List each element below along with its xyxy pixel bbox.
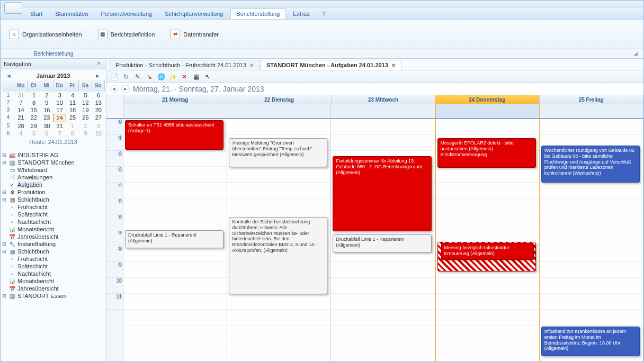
day-header-wed[interactable]: 23 Mittwoch [332, 95, 435, 104]
tab2-close-icon[interactable]: ✕ [391, 62, 396, 68]
tb-arrow-icon[interactable]: ↘ [145, 72, 154, 82]
cal-day[interactable]: 6 [92, 92, 105, 99]
tab-aufgaben[interactable]: STANDORT München - Aufgaben 24.01.2013 ✕ [261, 60, 401, 70]
cal-day[interactable]: 21 [14, 114, 27, 122]
menu-bericht[interactable]: Berichterstellung [230, 8, 285, 19]
tree-produktion[interactable]: ⊟⚙Produktion [2, 188, 105, 196]
cal-day[interactable]: 23 [40, 114, 53, 122]
day-header-fri[interactable]: 25 Freitag [540, 95, 643, 104]
allday-fri[interactable] [540, 104, 643, 118]
cal-day[interactable]: 19 [79, 106, 92, 114]
tree-root[interactable]: ⊟🏭INDUSTRIE AG [2, 151, 105, 159]
cal-day[interactable]: 22 [28, 114, 40, 122]
cal-next-icon[interactable]: ► [95, 73, 101, 79]
daycol-wed[interactable]: Fortbildungsseminar für Abteilung 13: Ge… [331, 119, 435, 362]
appt-mon-red[interactable]: Schalter an TS1 4058 bitte austauschen! … [125, 120, 223, 150]
daycol-fri[interactable]: Wöchentlicher Rundgang von Gebäude 02 bi… [540, 119, 643, 362]
cal-day[interactable]: 15 [28, 106, 40, 114]
cal-day[interactable]: 1 [66, 122, 79, 130]
tb-globe-icon[interactable]: 🌐 [156, 72, 166, 82]
daycol-thu[interactable]: Messgerät EPOLAR2 defekt - bitte austaus… [435, 119, 540, 362]
menu-help[interactable]: ? [317, 9, 330, 19]
tree-nachtschicht-inst[interactable]: ▫Nachtschicht [2, 270, 105, 277]
cal-day[interactable]: 7 [14, 99, 27, 106]
tb-delete-icon[interactable]: ✕ [180, 72, 189, 82]
tree-nachtschicht-prod[interactable]: ▫Nachtschicht [2, 218, 105, 225]
cal-day[interactable]: 5 [28, 130, 40, 137]
cal-day[interactable]: 26 [79, 114, 92, 122]
daycol-tue[interactable]: Anzeige Meldung "Grenzwert überschritten… [227, 119, 331, 362]
cal-day[interactable]: 16 [40, 106, 53, 114]
cal-day[interactable]: 31 [14, 92, 27, 99]
appt-wed-red[interactable]: Fortbildungsseminar für Abteilung 13: Ge… [333, 156, 431, 231]
cal-day[interactable]: 29 [28, 122, 40, 130]
range-prev-icon[interactable]: ◄ [110, 85, 118, 93]
tree-jahresuebersicht-prod[interactable]: 📅Jahresübersicht [2, 233, 105, 240]
ribbon-org[interactable]: ≡ Organisationseinheiten [5, 27, 87, 42]
cal-day[interactable]: 6 [40, 130, 53, 137]
range-next-icon[interactable]: ► [121, 85, 130, 93]
tree-schichtbuch-prod[interactable]: ⊟▤Schichtbuch [2, 196, 105, 203]
menu-personal[interactable]: Personalverwaltung [96, 9, 158, 19]
daycol-mon[interactable]: Schalter an TS1 4058 bitte austauschen! … [123, 119, 227, 362]
appt-tue-gray2[interactable]: Kontrolle der Sicherheitsbeleuchtung dur… [229, 217, 327, 294]
app-orb[interactable] [4, 2, 22, 14]
appt-mon-gray[interactable]: Druckabfall Linie 1 - Reparieren! (Allge… [125, 230, 223, 248]
tree-standort-essen[interactable]: ⊞🏢STANDORT Essen [2, 292, 105, 300]
day-header-tue[interactable]: 22 Dienstag [227, 95, 331, 104]
appt-thu-red2[interactable]: Meeting bezüglich Infrastruktur-Erneueru… [441, 243, 534, 260]
cal-day[interactable]: 10 [53, 99, 66, 106]
cal-day[interactable]: 9 [40, 99, 53, 106]
tree-fruehschicht-prod[interactable]: ▫Frühschicht [2, 203, 105, 211]
cal-day[interactable]: 2 [79, 122, 92, 130]
ribbon-transfer[interactable]: ⇄ Datentransfer [166, 27, 223, 42]
tab1-close-icon[interactable]: ✕ [249, 62, 254, 68]
tree-jahresuebersicht-inst[interactable]: 📅Jahresübersicht [2, 285, 105, 292]
cal-day[interactable]: 2 [40, 92, 53, 99]
allday-tue[interactable] [227, 104, 331, 118]
menu-schichtplan[interactable]: Schichtplanverwaltung [159, 9, 228, 19]
cal-day[interactable]: 5 [79, 92, 92, 99]
cal-day[interactable]: 25 [66, 114, 79, 122]
tree-fruehschicht-inst[interactable]: ▫Frühschicht [2, 255, 105, 263]
cal-day[interactable]: 31 [53, 122, 66, 130]
cal-day[interactable]: 4 [66, 92, 79, 99]
tree-whiteboard[interactable]: ▭Whiteboard [2, 166, 105, 174]
menu-stammdaten[interactable]: Stammdaten [50, 9, 93, 19]
nav-close-icon[interactable]: ✕ [95, 60, 103, 68]
cal-day[interactable]: 9 [79, 130, 92, 137]
allday-thu[interactable] [435, 104, 540, 118]
tb-edit-icon[interactable]: ✎ [133, 72, 142, 82]
allday-mon[interactable] [123, 104, 227, 118]
cal-day[interactable]: 3 [92, 122, 105, 130]
cal-day[interactable]: 4 [14, 130, 27, 137]
cal-day[interactable]: 7 [53, 130, 66, 137]
tab-schichtbuch[interactable]: Produktion - Schichtbuch - Frühschicht 2… [110, 60, 260, 70]
cal-day[interactable]: 13 [92, 99, 105, 106]
tb-doc-icon[interactable]: ▦ [191, 72, 201, 82]
appt-fri-blue1[interactable]: Wöchentlicher Rundgang von Gebäude 02 bi… [541, 146, 640, 183]
cal-day[interactable]: 1 [28, 92, 40, 99]
tb-cursor-icon[interactable]: ↖ [203, 72, 212, 82]
tree-monatsbericht-prod[interactable]: 📊Monatsbericht [2, 225, 105, 233]
tree-anweisungen[interactable]: 📄Anweisungen [2, 174, 105, 181]
ribbon-def[interactable]: ▦ Berichtsdefinition [93, 27, 160, 42]
tree-schichtbuch-inst[interactable]: ⊟▤Schichtbuch [2, 248, 105, 255]
cal-prev-icon[interactable]: ◄ [6, 73, 12, 79]
appt-tue-gray1[interactable]: Anzeige Meldung "Grenzwert überschritten… [229, 138, 327, 167]
tb-refresh-icon[interactable]: ↻ [121, 72, 131, 82]
menu-start[interactable]: Start [25, 9, 48, 19]
cal-day[interactable]: 18 [66, 106, 79, 114]
cal-day[interactable]: 12 [79, 99, 92, 106]
tree-aufgaben[interactable]: ✓Aufgaben [2, 181, 105, 188]
cal-day[interactable]: 8 [66, 130, 79, 137]
tb-wand-icon[interactable]: ✨ [168, 72, 177, 82]
tree-spaetschicht-prod[interactable]: ▫Spätschicht [2, 211, 105, 218]
appt-wed-gray[interactable]: Druckabfall Linie 1 - Reparieren! (Allge… [333, 234, 431, 252]
day-header-thu[interactable]: 24 Donnerstag [435, 95, 539, 104]
cal-day[interactable]: 17 [53, 106, 66, 114]
cal-day[interactable]: 20 [92, 106, 105, 114]
allday-wed[interactable] [331, 104, 435, 118]
cal-day[interactable]: 27 [92, 114, 105, 122]
tree-spaetschicht-inst[interactable]: ▫Spätschicht [2, 263, 105, 270]
